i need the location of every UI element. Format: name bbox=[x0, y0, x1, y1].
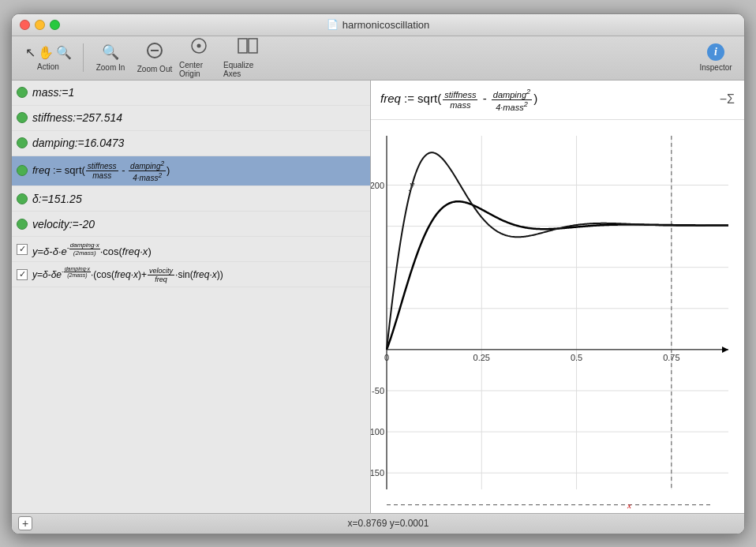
center-origin-button[interactable]: Center Origin bbox=[178, 39, 219, 76]
cursor-icon: ↖ bbox=[25, 45, 36, 60]
action-label: Action bbox=[37, 62, 59, 71]
equalize-axes-label: Equalize Axes bbox=[223, 61, 272, 78]
zoom-icon: 🔍 bbox=[56, 45, 72, 60]
expr-text-stiffness: stiffness:=257.514 bbox=[32, 111, 122, 125]
expr-row-stiffness[interactable]: stiffness:=257.514 bbox=[12, 106, 370, 131]
action-button[interactable]: ↖ ✋ 🔍 Action bbox=[20, 39, 77, 76]
minimize-button[interactable] bbox=[35, 20, 45, 30]
graph-canvas bbox=[371, 120, 744, 513]
toolbar: ↖ ✋ 🔍 Action 🔍 Zoom In Zoom Out bbox=[12, 36, 744, 81]
expr-text-freq: freq := sqrt(stiffnessmass - damping24·m… bbox=[32, 159, 170, 183]
inspector-icon: i bbox=[707, 43, 724, 61]
close-button[interactable] bbox=[20, 20, 30, 30]
main-window: 📄 harmonicoscillation ↖ ✋ 🔍 Action 🔍 Zoo… bbox=[11, 13, 745, 534]
zoom-in-button[interactable]: 🔍 Zoom In bbox=[90, 39, 131, 76]
formula-bar: freq := sqrt(stiffnessmass - damping24·m… bbox=[371, 81, 744, 120]
zoom-in-label: Zoom In bbox=[96, 63, 125, 72]
inspector-button[interactable]: i Inspector bbox=[695, 39, 736, 76]
left-panel: mass:=1 stiffness:=257.514 damping:=16.0… bbox=[12, 81, 371, 513]
expr-row-damping[interactable]: damping:=16.0473 bbox=[12, 131, 370, 156]
expr-text-damping: damping:=16.0473 bbox=[32, 136, 124, 150]
titlebar: 📄 harmonicoscillation bbox=[12, 14, 744, 36]
expr-text-mass: mass:=1 bbox=[32, 85, 74, 99]
sigma-button[interactable]: −Σ bbox=[720, 92, 735, 107]
equalize-icon bbox=[237, 37, 259, 58]
checkbox-eq1[interactable] bbox=[17, 244, 28, 255]
expr-row-mass[interactable]: mass:=1 bbox=[12, 81, 370, 106]
zoom-in-icon: 🔍 bbox=[102, 43, 119, 61]
main-content: mass:=1 stiffness:=257.514 damping:=16.0… bbox=[12, 81, 744, 513]
inspector-label: Inspector bbox=[699, 63, 732, 72]
svg-point-1 bbox=[197, 44, 201, 48]
zoom-out-label: Zoom Out bbox=[137, 65, 172, 73]
expr-text-delta: δ:=151.25 bbox=[32, 192, 82, 206]
equalize-axes-button[interactable]: Equalize Axes bbox=[223, 39, 273, 76]
expr-text-eq1: y=δ-δ·e-damping·x(2mass)·cos(freq·x) bbox=[32, 242, 152, 257]
expr-text-velocity: velocity:=-20 bbox=[32, 217, 95, 231]
expr-row-freq[interactable]: freq := sqrt(stiffnessmass - damping24·m… bbox=[12, 156, 370, 187]
document-icon: 📄 bbox=[327, 19, 339, 30]
expr-row-velocity[interactable]: velocity:=-20 bbox=[12, 212, 370, 237]
dot-velocity[interactable] bbox=[17, 219, 28, 230]
dot-freq[interactable] bbox=[17, 165, 28, 176]
window-controls bbox=[20, 20, 60, 30]
expr-row-eq1[interactable]: y=δ-δ·e-damping·x(2mass)·cos(freq·x) bbox=[12, 237, 370, 262]
title-text: harmonicoscillation bbox=[342, 19, 430, 31]
dot-stiffness[interactable] bbox=[17, 112, 28, 123]
center-origin-label: Center Origin bbox=[179, 61, 219, 78]
right-panel: freq := sqrt(stiffnessmass - damping24·m… bbox=[371, 81, 744, 513]
graph-area bbox=[371, 120, 744, 513]
dot-delta[interactable] bbox=[17, 193, 28, 204]
add-button[interactable]: + bbox=[18, 516, 32, 530]
hand-icon: ✋ bbox=[38, 45, 54, 60]
center-icon bbox=[190, 37, 208, 58]
formula-display: freq := sqrt(stiffnessmass - damping24·m… bbox=[380, 88, 537, 111]
expr-row-delta[interactable]: δ:=151.25 bbox=[12, 186, 370, 212]
expr-row-eq2[interactable]: y=δ-δe-damping·x(2mass)·(cos(freq·x)+vel… bbox=[12, 262, 370, 287]
statusbar: + x=0.8769 y=0.0001 bbox=[12, 513, 744, 534]
checkbox-eq2[interactable] bbox=[17, 269, 28, 280]
toolbar-separator-1 bbox=[83, 43, 84, 72]
expr-text-eq2: y=δ-δe-damping·x(2mass)·(cos(freq·x)+vel… bbox=[32, 266, 223, 283]
dot-damping[interactable] bbox=[17, 137, 28, 148]
window-title: 📄 harmonicoscillation bbox=[327, 19, 430, 31]
svg-rect-2 bbox=[238, 39, 247, 53]
coordinates-display: x=0.8769 y=0.0001 bbox=[348, 518, 429, 529]
svg-rect-3 bbox=[249, 39, 257, 53]
zoom-out-icon bbox=[147, 43, 163, 62]
dot-mass[interactable] bbox=[17, 87, 28, 98]
zoom-out-button[interactable]: Zoom Out bbox=[134, 39, 175, 76]
maximize-button[interactable] bbox=[50, 20, 60, 30]
